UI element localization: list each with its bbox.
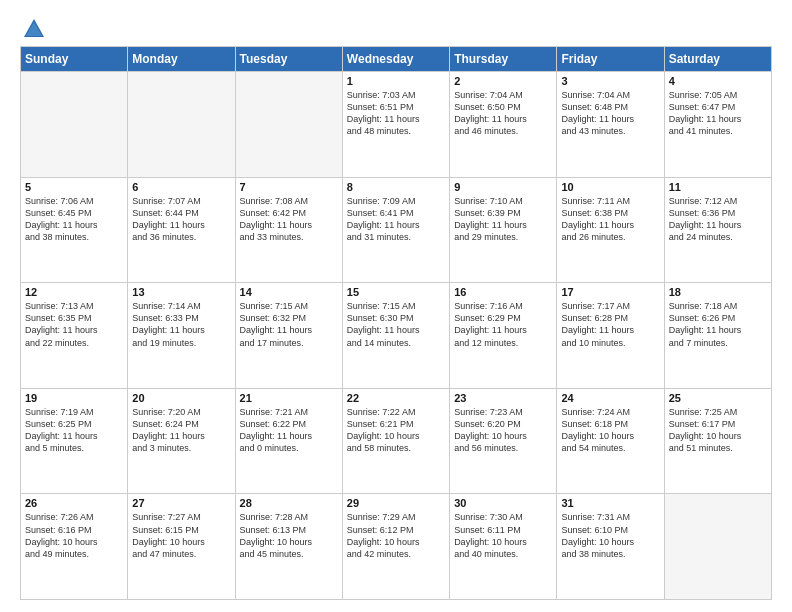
day-number: 9 — [454, 181, 552, 193]
day-info: Sunrise: 7:24 AM Sunset: 6:18 PM Dayligh… — [561, 406, 659, 455]
calendar-cell: 25Sunrise: 7:25 AM Sunset: 6:17 PM Dayli… — [664, 388, 771, 494]
day-info: Sunrise: 7:23 AM Sunset: 6:20 PM Dayligh… — [454, 406, 552, 455]
day-info: Sunrise: 7:19 AM Sunset: 6:25 PM Dayligh… — [25, 406, 123, 455]
day-info: Sunrise: 7:10 AM Sunset: 6:39 PM Dayligh… — [454, 195, 552, 244]
day-number: 30 — [454, 497, 552, 509]
calendar-cell: 31Sunrise: 7:31 AM Sunset: 6:10 PM Dayli… — [557, 494, 664, 600]
calendar-cell: 30Sunrise: 7:30 AM Sunset: 6:11 PM Dayli… — [450, 494, 557, 600]
day-info: Sunrise: 7:07 AM Sunset: 6:44 PM Dayligh… — [132, 195, 230, 244]
day-info: Sunrise: 7:04 AM Sunset: 6:48 PM Dayligh… — [561, 89, 659, 138]
day-info: Sunrise: 7:15 AM Sunset: 6:30 PM Dayligh… — [347, 300, 445, 349]
weekday-header: Saturday — [664, 47, 771, 72]
calendar-cell: 19Sunrise: 7:19 AM Sunset: 6:25 PM Dayli… — [21, 388, 128, 494]
day-info: Sunrise: 7:08 AM Sunset: 6:42 PM Dayligh… — [240, 195, 338, 244]
calendar: SundayMondayTuesdayWednesdayThursdayFrid… — [20, 46, 772, 600]
day-info: Sunrise: 7:17 AM Sunset: 6:28 PM Dayligh… — [561, 300, 659, 349]
day-info: Sunrise: 7:11 AM Sunset: 6:38 PM Dayligh… — [561, 195, 659, 244]
day-number: 29 — [347, 497, 445, 509]
day-number: 15 — [347, 286, 445, 298]
day-number: 10 — [561, 181, 659, 193]
calendar-cell — [21, 72, 128, 178]
day-number: 19 — [25, 392, 123, 404]
calendar-cell: 4Sunrise: 7:05 AM Sunset: 6:47 PM Daylig… — [664, 72, 771, 178]
day-number: 12 — [25, 286, 123, 298]
day-info: Sunrise: 7:30 AM Sunset: 6:11 PM Dayligh… — [454, 511, 552, 560]
calendar-cell: 27Sunrise: 7:27 AM Sunset: 6:15 PM Dayli… — [128, 494, 235, 600]
day-number: 3 — [561, 75, 659, 87]
day-info: Sunrise: 7:26 AM Sunset: 6:16 PM Dayligh… — [25, 511, 123, 560]
calendar-cell: 14Sunrise: 7:15 AM Sunset: 6:32 PM Dayli… — [235, 283, 342, 389]
day-info: Sunrise: 7:03 AM Sunset: 6:51 PM Dayligh… — [347, 89, 445, 138]
day-number: 13 — [132, 286, 230, 298]
day-number: 5 — [25, 181, 123, 193]
calendar-cell: 5Sunrise: 7:06 AM Sunset: 6:45 PM Daylig… — [21, 177, 128, 283]
day-number: 18 — [669, 286, 767, 298]
calendar-cell — [128, 72, 235, 178]
day-info: Sunrise: 7:09 AM Sunset: 6:41 PM Dayligh… — [347, 195, 445, 244]
day-number: 23 — [454, 392, 552, 404]
calendar-week-row: 1Sunrise: 7:03 AM Sunset: 6:51 PM Daylig… — [21, 72, 772, 178]
calendar-week-row: 26Sunrise: 7:26 AM Sunset: 6:16 PM Dayli… — [21, 494, 772, 600]
day-info: Sunrise: 7:04 AM Sunset: 6:50 PM Dayligh… — [454, 89, 552, 138]
calendar-cell: 21Sunrise: 7:21 AM Sunset: 6:22 PM Dayli… — [235, 388, 342, 494]
page: SundayMondayTuesdayWednesdayThursdayFrid… — [0, 0, 792, 612]
calendar-cell: 24Sunrise: 7:24 AM Sunset: 6:18 PM Dayli… — [557, 388, 664, 494]
logo — [20, 18, 45, 38]
calendar-cell: 2Sunrise: 7:04 AM Sunset: 6:50 PM Daylig… — [450, 72, 557, 178]
calendar-cell: 3Sunrise: 7:04 AM Sunset: 6:48 PM Daylig… — [557, 72, 664, 178]
day-number: 28 — [240, 497, 338, 509]
calendar-cell: 20Sunrise: 7:20 AM Sunset: 6:24 PM Dayli… — [128, 388, 235, 494]
calendar-cell: 29Sunrise: 7:29 AM Sunset: 6:12 PM Dayli… — [342, 494, 449, 600]
day-number: 27 — [132, 497, 230, 509]
day-number: 31 — [561, 497, 659, 509]
calendar-header-row: SundayMondayTuesdayWednesdayThursdayFrid… — [21, 47, 772, 72]
calendar-cell: 10Sunrise: 7:11 AM Sunset: 6:38 PM Dayli… — [557, 177, 664, 283]
day-info: Sunrise: 7:15 AM Sunset: 6:32 PM Dayligh… — [240, 300, 338, 349]
calendar-cell — [235, 72, 342, 178]
calendar-cell: 7Sunrise: 7:08 AM Sunset: 6:42 PM Daylig… — [235, 177, 342, 283]
day-number: 21 — [240, 392, 338, 404]
day-number: 24 — [561, 392, 659, 404]
calendar-cell: 11Sunrise: 7:12 AM Sunset: 6:36 PM Dayli… — [664, 177, 771, 283]
calendar-cell — [664, 494, 771, 600]
day-info: Sunrise: 7:31 AM Sunset: 6:10 PM Dayligh… — [561, 511, 659, 560]
day-number: 22 — [347, 392, 445, 404]
weekday-header: Sunday — [21, 47, 128, 72]
weekday-header: Thursday — [450, 47, 557, 72]
weekday-header: Monday — [128, 47, 235, 72]
weekday-header: Wednesday — [342, 47, 449, 72]
day-number: 17 — [561, 286, 659, 298]
calendar-week-row: 19Sunrise: 7:19 AM Sunset: 6:25 PM Dayli… — [21, 388, 772, 494]
logo-icon — [23, 18, 45, 38]
calendar-cell: 12Sunrise: 7:13 AM Sunset: 6:35 PM Dayli… — [21, 283, 128, 389]
day-info: Sunrise: 7:14 AM Sunset: 6:33 PM Dayligh… — [132, 300, 230, 349]
day-number: 20 — [132, 392, 230, 404]
day-number: 26 — [25, 497, 123, 509]
calendar-cell: 22Sunrise: 7:22 AM Sunset: 6:21 PM Dayli… — [342, 388, 449, 494]
day-info: Sunrise: 7:20 AM Sunset: 6:24 PM Dayligh… — [132, 406, 230, 455]
calendar-cell: 23Sunrise: 7:23 AM Sunset: 6:20 PM Dayli… — [450, 388, 557, 494]
day-info: Sunrise: 7:12 AM Sunset: 6:36 PM Dayligh… — [669, 195, 767, 244]
day-number: 1 — [347, 75, 445, 87]
calendar-cell: 18Sunrise: 7:18 AM Sunset: 6:26 PM Dayli… — [664, 283, 771, 389]
day-number: 4 — [669, 75, 767, 87]
day-number: 7 — [240, 181, 338, 193]
day-info: Sunrise: 7:05 AM Sunset: 6:47 PM Dayligh… — [669, 89, 767, 138]
day-info: Sunrise: 7:28 AM Sunset: 6:13 PM Dayligh… — [240, 511, 338, 560]
calendar-cell: 16Sunrise: 7:16 AM Sunset: 6:29 PM Dayli… — [450, 283, 557, 389]
day-number: 2 — [454, 75, 552, 87]
day-info: Sunrise: 7:25 AM Sunset: 6:17 PM Dayligh… — [669, 406, 767, 455]
day-number: 16 — [454, 286, 552, 298]
calendar-cell: 6Sunrise: 7:07 AM Sunset: 6:44 PM Daylig… — [128, 177, 235, 283]
day-number: 6 — [132, 181, 230, 193]
calendar-cell: 1Sunrise: 7:03 AM Sunset: 6:51 PM Daylig… — [342, 72, 449, 178]
svg-marker-1 — [26, 22, 42, 36]
calendar-cell: 13Sunrise: 7:14 AM Sunset: 6:33 PM Dayli… — [128, 283, 235, 389]
day-info: Sunrise: 7:22 AM Sunset: 6:21 PM Dayligh… — [347, 406, 445, 455]
day-number: 25 — [669, 392, 767, 404]
calendar-week-row: 12Sunrise: 7:13 AM Sunset: 6:35 PM Dayli… — [21, 283, 772, 389]
calendar-cell: 26Sunrise: 7:26 AM Sunset: 6:16 PM Dayli… — [21, 494, 128, 600]
day-info: Sunrise: 7:06 AM Sunset: 6:45 PM Dayligh… — [25, 195, 123, 244]
day-info: Sunrise: 7:21 AM Sunset: 6:22 PM Dayligh… — [240, 406, 338, 455]
day-number: 8 — [347, 181, 445, 193]
